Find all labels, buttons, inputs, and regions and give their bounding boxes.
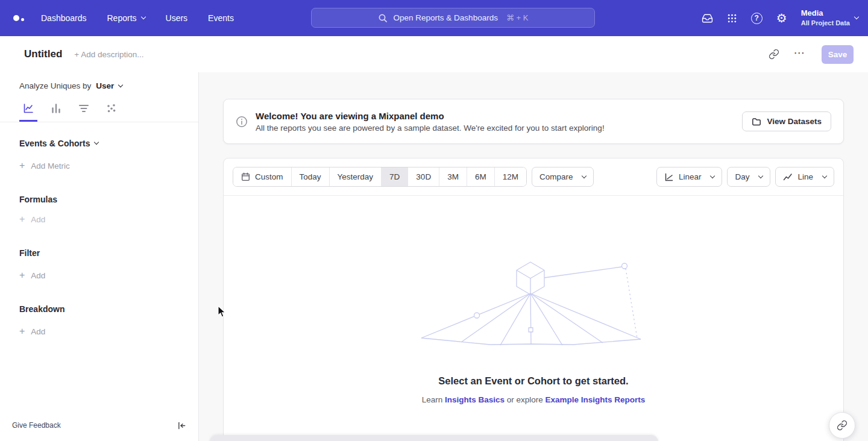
bar-chart-tab[interactable] bbox=[47, 96, 65, 122]
formulas-header[interactable]: Formulas bbox=[19, 195, 57, 204]
search-placeholder: Open Reports & Dashboards bbox=[394, 13, 498, 22]
formulas-section: Formulas bbox=[19, 195, 198, 204]
analyze-by-select[interactable]: User bbox=[96, 81, 122, 90]
interval-label: Day bbox=[735, 172, 749, 181]
breakdown-header[interactable]: Breakdown bbox=[19, 304, 64, 314]
chart-type-select[interactable]: Line bbox=[775, 167, 834, 187]
date-range-label: 12M bbox=[503, 172, 518, 181]
compare-button[interactable]: Compare bbox=[532, 167, 594, 187]
scale-select[interactable]: Linear bbox=[656, 167, 723, 187]
funnel-chart-tab[interactable] bbox=[75, 96, 93, 122]
date-range-12m[interactable]: 12M bbox=[494, 167, 526, 186]
plus-icon: + bbox=[19, 161, 25, 170]
welcome-text: Welcome! You are viewing a Mixpanel demo… bbox=[256, 111, 605, 133]
sidebar-footer: Give Feedback bbox=[0, 414, 198, 441]
nav-reports-label: Reports bbox=[107, 13, 137, 23]
date-range-yesterday[interactable]: Yesterday bbox=[329, 167, 382, 186]
nav-users[interactable]: Users bbox=[166, 13, 188, 23]
bottom-panel-peek[interactable] bbox=[210, 435, 658, 441]
add-filter-button[interactable]: + Add bbox=[19, 271, 45, 280]
line-chart-icon bbox=[783, 172, 793, 182]
query-builder-sidebar: Analyze Uniques by User Events & Cohorts bbox=[0, 72, 199, 441]
date-range-6m[interactable]: 6M bbox=[467, 167, 494, 186]
plus-icon: + bbox=[19, 214, 25, 224]
date-range-30d[interactable]: 30D bbox=[407, 167, 439, 186]
project-selector-text: Media All Project Data bbox=[801, 8, 850, 27]
insights-line-chart-tab[interactable] bbox=[19, 96, 37, 122]
ellipsis-glyph: ⋯ bbox=[794, 47, 805, 58]
share-link-fab[interactable] bbox=[829, 412, 855, 439]
analyze-uniques-row: Analyze Uniques by User bbox=[0, 72, 198, 96]
add-formula-button[interactable]: + Add bbox=[19, 214, 45, 224]
help-icon[interactable]: ? bbox=[751, 13, 763, 24]
example-insights-reports-link[interactable]: Example Insights Reports bbox=[546, 395, 646, 404]
nav-dashboards[interactable]: Dashboards bbox=[41, 13, 87, 23]
add-metric-label: Add Metric bbox=[31, 161, 70, 170]
add-breakdown-label: Add bbox=[31, 327, 45, 336]
topnav-actions: ? ⚙ Media All Project Data bbox=[702, 0, 858, 36]
apps-grid-icon[interactable] bbox=[727, 13, 737, 23]
give-feedback-link[interactable]: Give Feedback bbox=[12, 421, 61, 430]
plus-icon: + bbox=[19, 327, 25, 336]
plus-icon: + bbox=[19, 271, 25, 280]
linear-scale-icon bbox=[664, 172, 674, 182]
add-metric-button[interactable]: + Add Metric bbox=[19, 161, 70, 170]
empty-state-title: Select an Event or Cohort to get started… bbox=[438, 375, 628, 387]
date-range-today[interactable]: Today bbox=[291, 167, 329, 186]
date-range-label: Today bbox=[300, 172, 321, 181]
date-range-label: Yesterday bbox=[338, 172, 374, 181]
chevron-down-icon bbox=[94, 140, 99, 145]
folder-icon bbox=[752, 117, 761, 127]
view-datasets-button[interactable]: View Datasets bbox=[742, 111, 831, 131]
insights-basics-link[interactable]: Insights Basics bbox=[445, 395, 505, 404]
events-cohorts-header[interactable]: Events & Cohorts bbox=[19, 139, 98, 148]
logo-dot-small bbox=[21, 18, 24, 21]
date-range-custom[interactable]: Custom bbox=[233, 167, 291, 186]
date-range-3m[interactable]: 3M bbox=[439, 167, 467, 186]
formulas-label: Formulas bbox=[19, 195, 57, 204]
chevron-down-icon bbox=[822, 173, 827, 178]
events-cohorts-section: Events & Cohorts bbox=[19, 139, 198, 148]
collapse-sidebar-icon[interactable] bbox=[177, 421, 186, 430]
info-icon bbox=[236, 116, 248, 128]
interval-select[interactable]: Day bbox=[727, 167, 770, 187]
inbox-icon[interactable] bbox=[702, 13, 713, 24]
chevron-down-icon bbox=[140, 14, 145, 19]
breakdown-section: Breakdown bbox=[19, 304, 198, 314]
settings-gear-icon[interactable]: ⚙ bbox=[776, 12, 787, 24]
project-selector[interactable]: Media All Project Data bbox=[801, 8, 858, 27]
scatter-chart-tab[interactable] bbox=[102, 96, 121, 122]
add-description-placeholder[interactable]: + Add description... bbox=[74, 50, 143, 59]
events-cohorts-label: Events & Cohorts bbox=[19, 139, 90, 148]
breakdown-label: Breakdown bbox=[19, 304, 64, 314]
connector-text: or explore bbox=[507, 395, 543, 404]
add-filter-label: Add bbox=[31, 271, 45, 280]
date-range-label: 6M bbox=[475, 172, 486, 181]
date-range-label: 30D bbox=[416, 172, 431, 181]
report-title[interactable]: Untitled bbox=[24, 48, 62, 60]
empty-state-subtitle: Learn Insights Basics or explore Example… bbox=[422, 395, 646, 404]
nav-events[interactable]: Events bbox=[208, 13, 234, 23]
filter-header[interactable]: Filter bbox=[19, 248, 40, 258]
view-datasets-label: View Datasets bbox=[767, 117, 822, 126]
save-button[interactable]: Save bbox=[822, 45, 854, 64]
insights-report-card: Custom Today Yesterday 7D 30D 3M 6M 12M … bbox=[223, 158, 844, 441]
compare-label: Compare bbox=[539, 172, 573, 181]
filter-label: Filter bbox=[19, 248, 40, 258]
mixpanel-app: Dashboards Reports Users Events Open Rep… bbox=[0, 0, 868, 441]
chevron-down-icon bbox=[118, 82, 123, 87]
mixpanel-logo[interactable] bbox=[13, 15, 24, 21]
project-dataset: All Project Data bbox=[801, 19, 850, 27]
global-search-button[interactable]: Open Reports & Dashboards ⌘ + K bbox=[311, 8, 595, 28]
copy-link-icon[interactable] bbox=[764, 44, 784, 64]
date-range-selector: Custom Today Yesterday 7D 30D 3M 6M 12M bbox=[233, 167, 527, 187]
add-breakdown-button[interactable]: + Add bbox=[19, 327, 45, 336]
more-options-icon[interactable]: ⋯ bbox=[789, 44, 810, 64]
nav-reports[interactable]: Reports bbox=[107, 13, 145, 23]
learn-prefix: Learn bbox=[422, 395, 443, 404]
filter-section: Filter bbox=[19, 248, 198, 258]
date-range-7d[interactable]: 7D bbox=[381, 167, 407, 186]
chart-type-tabs bbox=[0, 96, 198, 122]
welcome-title: Welcome! You are viewing a Mixpanel demo bbox=[256, 111, 605, 121]
analyze-uniques-label: Analyze Uniques by bbox=[19, 81, 91, 90]
